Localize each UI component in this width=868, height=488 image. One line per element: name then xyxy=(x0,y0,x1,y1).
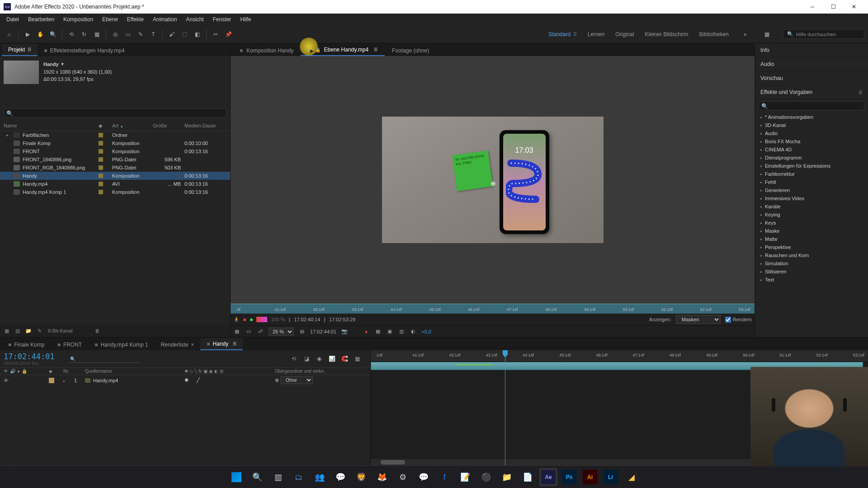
resolution-icon[interactable]: ▤ xyxy=(298,328,306,335)
taskbar-start[interactable] xyxy=(227,468,245,486)
viewer-tab-comp[interactable]: ■Komposition Handy xyxy=(232,45,301,56)
menu-bearbeiten[interactable]: Bearbeiten xyxy=(24,14,59,24)
brush-tool[interactable]: 🖌 xyxy=(166,29,177,40)
project-row[interactable]: ▸Farbflächen Ordner xyxy=(0,131,230,139)
rendern-checkbox[interactable] xyxy=(725,317,731,323)
hand-tool[interactable]: ✋ xyxy=(35,29,46,40)
layer-name-text[interactable]: Handy.mp4 xyxy=(93,378,118,383)
tl-tab-handykomp[interactable]: ■Handy.mp4 Komp 1 xyxy=(88,339,154,350)
color-label[interactable] xyxy=(99,133,103,137)
workspace-more-icon[interactable]: » xyxy=(740,29,750,40)
viewer-mini-timeline[interactable]: :4f41:14f42:14f43:14f44:14f45:14f46:14f4… xyxy=(231,304,755,314)
camera-tool[interactable]: ▦ xyxy=(91,29,102,40)
out-time[interactable]: 17:02:53:29 xyxy=(329,317,355,322)
effects-category[interactable]: ▸Generieren xyxy=(755,186,868,194)
panel-effekte-header[interactable]: Effekte und Vorgaben ☰ xyxy=(755,85,868,99)
taskbar-explorer[interactable]: 🗂 xyxy=(290,468,308,486)
selection-tool[interactable]: ▶ xyxy=(22,29,33,40)
effects-category[interactable]: ▸Rauschen und Korn xyxy=(755,251,868,259)
switch-icon[interactable]: ╲ xyxy=(194,369,197,374)
taskbar-app[interactable]: ⚙ xyxy=(394,468,412,486)
tl-tab-finale[interactable]: ■Finale Komp xyxy=(2,339,51,350)
tl-graph-icon[interactable]: 📊 xyxy=(328,355,336,363)
taskbar-whatsapp[interactable]: 💬 xyxy=(331,468,349,486)
taskbar-ai[interactable]: Ai xyxy=(581,468,599,486)
effects-category[interactable]: ▸Audio xyxy=(755,129,868,137)
switch-icon[interactable]: ⊞ xyxy=(220,369,223,374)
roto-tool[interactable]: ✂ xyxy=(210,29,221,40)
color-label[interactable] xyxy=(99,157,103,162)
text-tool[interactable]: T xyxy=(148,29,159,40)
viewer-tab-footage[interactable]: Footage (ohne) xyxy=(385,45,436,56)
dropdown-icon[interactable]: ▼ xyxy=(61,61,65,68)
layer-visibility-icon[interactable]: 👁 xyxy=(4,378,9,383)
trash-icon[interactable]: 🗑 xyxy=(93,327,101,335)
green-channel-icon[interactable]: ■ xyxy=(250,317,253,322)
effects-category[interactable]: ▸Keying xyxy=(755,211,868,219)
effects-category[interactable]: ▸Simulation xyxy=(755,259,868,267)
layer-switch[interactable]: ╱ xyxy=(197,377,200,383)
timeline-search-input[interactable] xyxy=(68,355,141,363)
adjust-icon[interactable]: ✎ xyxy=(35,327,43,335)
effects-search-input[interactable] xyxy=(759,101,864,110)
label-column-icon[interactable]: ◆ xyxy=(49,369,63,374)
menu-effekte[interactable]: Effekte xyxy=(123,14,148,24)
color-label[interactable] xyxy=(99,174,103,178)
taskbar-firefox[interactable]: 🦊 xyxy=(373,468,391,486)
taskbar-files[interactable]: 📁 xyxy=(498,468,516,486)
panel-vorschau[interactable]: Vorschau xyxy=(755,71,868,85)
taskbar-messenger[interactable]: 💬 xyxy=(415,468,433,486)
taskbar-search[interactable]: 🔍 xyxy=(248,468,266,486)
switch-icon[interactable]: ◐ xyxy=(214,369,218,374)
minimize-button[interactable]: ─ xyxy=(802,0,823,14)
viewer-canvas[interactable]: Ihr seid Alle Ehren Kis. Peter 17:03 ⊕ xyxy=(382,117,604,243)
color-label[interactable] xyxy=(99,165,103,170)
new-folder-icon[interactable]: 📁 xyxy=(24,327,33,335)
panel-audio[interactable]: Audio xyxy=(755,57,868,71)
effects-category[interactable]: ▸* Animationsvorgaben xyxy=(755,113,868,121)
help-search[interactable]: 🔍 Hilfe durchsuchen xyxy=(783,29,864,39)
col-dauer[interactable]: Medien-Dauer xyxy=(184,123,225,129)
project-row[interactable]: Finale Komp Komposition 0:00:10:00 xyxy=(0,139,230,147)
tl-tab-renderliste[interactable]: Renderliste× xyxy=(155,339,201,350)
project-row[interactable]: Handy.mp4 Komp 1 Komposition 0:00:13:16 xyxy=(0,188,230,196)
taskbar-facebook[interactable]: f xyxy=(435,468,453,486)
eraser-tool[interactable]: ◧ xyxy=(192,29,203,40)
workspace-standard[interactable]: Standard☰ xyxy=(548,31,577,38)
taskbar-notepad[interactable]: 📄 xyxy=(519,468,537,486)
menu-datei[interactable]: Datei xyxy=(2,14,24,24)
percent-label[interactable]: 100 % xyxy=(271,317,285,322)
effects-category[interactable]: ▸Einstellungen für Expressions xyxy=(755,162,868,170)
anchor-tool[interactable]: ◎ xyxy=(110,29,121,40)
orbit-tool[interactable]: ⟲ xyxy=(66,29,77,40)
timeline-ruler[interactable]: :14f41:14f42:14f43:14f44:14f45:14f46:14f… xyxy=(371,350,868,361)
col-groesse[interactable]: Größe xyxy=(153,123,184,129)
panel-menu-icon[interactable]: ☰ xyxy=(859,90,863,95)
effects-category[interactable]: ▸Matte xyxy=(755,235,868,243)
timeline-timecode[interactable]: 17:02:44:01 xyxy=(4,352,55,361)
mask-icon[interactable]: ▭ xyxy=(245,328,252,335)
color-label[interactable] xyxy=(99,141,103,145)
tl-markers-icon[interactable]: ▦ xyxy=(353,355,361,363)
color-label[interactable] xyxy=(99,190,103,194)
alpha-toggle-icon[interactable]: 🧍 xyxy=(233,317,240,323)
grid-icon[interactable]: ▦ xyxy=(233,328,241,335)
out-bracket-icon[interactable]: } xyxy=(324,317,326,322)
tl-motion-blur-icon[interactable]: ◉ xyxy=(315,355,323,363)
red-channel-icon[interactable]: ■ xyxy=(243,317,246,322)
color-label[interactable] xyxy=(99,149,103,154)
snapshot-icon[interactable]: 📷 xyxy=(341,328,348,335)
taskbar-lr[interactable]: Lr xyxy=(602,468,620,486)
menu-hilfe[interactable]: Hilfe xyxy=(236,14,255,24)
col-name[interactable]: Name xyxy=(4,123,99,129)
effects-category[interactable]: ▸Stilisieren xyxy=(755,267,868,276)
col-color[interactable]: ◆ xyxy=(99,123,112,129)
toggle-icon[interactable]: ☍ xyxy=(257,328,264,335)
solo-column-icon[interactable]: ● xyxy=(17,369,20,374)
in-bracket-icon[interactable]: { xyxy=(289,317,291,322)
effects-category[interactable]: ▸Text xyxy=(755,276,868,284)
close-button[interactable]: ✕ xyxy=(844,0,864,14)
audio-column-icon[interactable]: 🔊 xyxy=(10,369,15,374)
effects-category[interactable]: ▸Fehlt xyxy=(755,178,868,186)
exposure-value[interactable]: +0,0 xyxy=(421,329,431,334)
